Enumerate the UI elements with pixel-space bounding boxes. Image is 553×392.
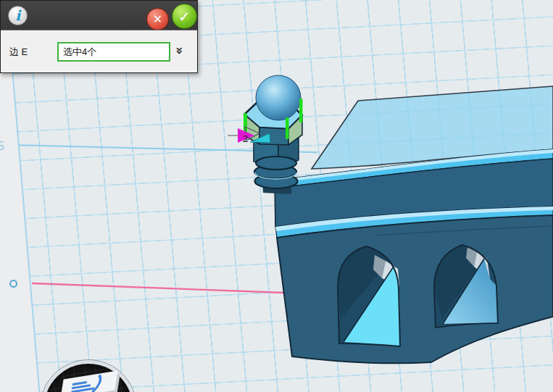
drag-value-label: 2 [243, 133, 248, 144]
arcade-wall-face[interactable] [277, 215, 553, 363]
edge-field-label: 边 E [9, 46, 28, 59]
edge-selection-dialog: i ✕ ✓ 边 E 选中4个 » [0, 0, 198, 73]
sphere-knob[interactable] [256, 75, 301, 120]
ring-1 [256, 157, 296, 170]
selected-edge-highlight[interactable] [299, 99, 303, 122]
logo-glyph-icon [60, 371, 117, 392]
cancel-button[interactable]: ✕ [146, 8, 169, 30]
logo-slab [60, 371, 117, 392]
selected-edge-highlight[interactable] [286, 117, 289, 139]
arch-window-left[interactable] [338, 246, 400, 346]
expand-chevron-button[interactable]: » [173, 44, 186, 57]
datum-axis-line[interactable] [32, 283, 284, 293]
bridge-model[interactable] [275, 86, 553, 363]
edge-selection-input[interactable]: 选中4个 [57, 42, 170, 62]
dialog-title-bar[interactable]: i ✕ ✓ [1, 1, 197, 30]
cad-viewport[interactable]: 5 [0, 0, 553, 392]
info-icon: i [8, 6, 28, 25]
dialog-body: 边 E 选中4个 » [1, 30, 197, 72]
confirm-button[interactable]: ✓ [172, 4, 197, 29]
